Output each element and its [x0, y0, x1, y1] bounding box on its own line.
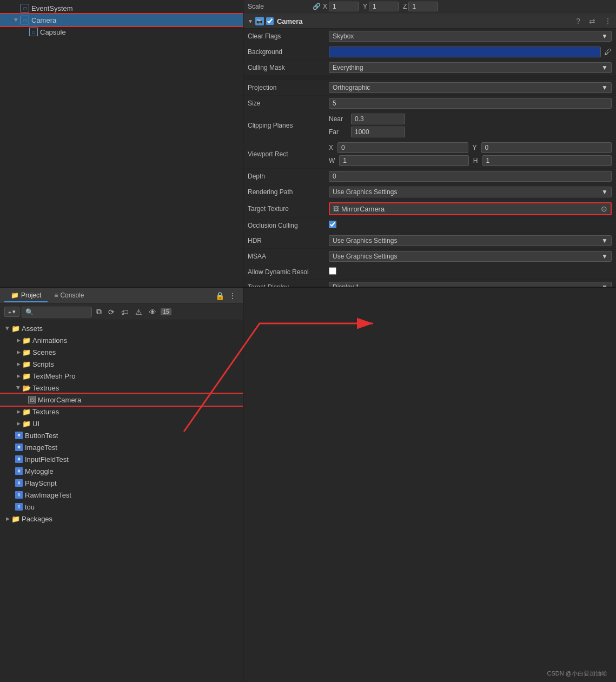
size-value[interactable]	[329, 98, 612, 109]
scale-z-input[interactable]	[408, 2, 438, 11]
chain-icon: 🔗	[313, 3, 321, 10]
ui-folder-icon: 📁	[23, 420, 30, 427]
depth-value[interactable]	[329, 171, 612, 182]
msaa-dropdown[interactable]: Use Graphics Settings ▼	[329, 251, 612, 262]
allow-dynamic-checkbox[interactable]	[329, 267, 336, 275]
copy-button[interactable]: ⧉	[94, 306, 104, 317]
rendering-path-label: Rendering Path	[248, 188, 329, 196]
tree-item-imagetest[interactable]: # ImageTest	[0, 441, 243, 453]
rendering-path-dropdown[interactable]: Use Graphics Settings ▼	[329, 187, 612, 197]
vp-w-input[interactable]	[339, 155, 469, 166]
camera-settings-icon[interactable]: ⇄	[589, 17, 595, 25]
projection-value[interactable]: Orthographic ▼	[329, 82, 612, 93]
target-texture-pick-button[interactable]: ⊙	[601, 204, 607, 213]
tree-item-scenes[interactable]: ▶ 📁 Scenes	[0, 346, 243, 358]
hdr-value[interactable]: Use Graphics Settings ▼	[329, 235, 612, 246]
scripts-arrow: ▶	[15, 361, 22, 367]
packages-label: Packages	[22, 515, 52, 523]
projection-row: Projection Orthographic ▼	[243, 80, 616, 96]
tree-item-ui[interactable]: ▶ 📁 UI	[0, 418, 243, 429]
inputfieldtest-label: InputFieldTest	[25, 455, 69, 464]
far-input[interactable]	[351, 127, 405, 137]
assets-root[interactable]: ▶ 📁 Assets	[0, 322, 243, 334]
target-display-value[interactable]: Display 1 ▼	[329, 282, 612, 287]
tree-item-inputfieldtest[interactable]: # InputFieldTest	[0, 453, 243, 465]
eye-button[interactable]: 👁	[147, 307, 158, 317]
imagetest-label: ImageTest	[25, 443, 57, 452]
vp-x-input[interactable]	[337, 142, 468, 153]
hierarchy-item-camera[interactable]: ▶ ◻ Camera	[0, 14, 243, 26]
component-collapse-arrow[interactable]: ▼	[248, 18, 253, 24]
scale-x-input[interactable]	[329, 2, 359, 11]
tree-item-textrues[interactable]: ▶ 📂 Textrues	[0, 382, 243, 394]
packages-arrow: ▶	[4, 516, 11, 521]
clipping-planes-value: Near Far	[329, 114, 612, 137]
tree-item-rawimagetest[interactable]: # RawImageTest	[0, 489, 243, 501]
allow-dynamic-value[interactable]	[329, 267, 612, 276]
scale-y-field[interactable]: Y	[363, 2, 399, 11]
viewport-xy-row: X Y	[329, 142, 612, 153]
msaa-value[interactable]: Use Graphics Settings ▼	[329, 251, 612, 262]
culling-mask-dropdown[interactable]: Everything ▼	[329, 62, 612, 73]
hierarchy-item-capsule[interactable]: ◻ Capsule	[0, 26, 243, 38]
eventsystem-label: EventSystem	[31, 4, 73, 12]
occlusion-culling-value[interactable]	[329, 221, 612, 230]
tree-item-mirrorcamera[interactable]: 🖼 MirrorCamera	[0, 394, 243, 406]
tag-button[interactable]: 🏷	[119, 307, 131, 317]
search-input[interactable]	[22, 307, 92, 317]
hdr-arrow: ▼	[601, 237, 608, 244]
tree-item-tou[interactable]: # tou	[0, 501, 243, 513]
camera-enabled-checkbox[interactable]	[266, 17, 274, 25]
target-texture-value[interactable]: 🖼 MirrorCamera ⊙	[329, 202, 612, 215]
rendering-path-value[interactable]: Use Graphics Settings ▼	[329, 187, 612, 197]
animations-label: Animations	[32, 336, 67, 345]
camera-help-icon[interactable]: ?	[576, 17, 580, 25]
panel-menu-button[interactable]: ⋮	[227, 290, 239, 301]
tree-item-mytoggle[interactable]: # Mytoggle	[0, 465, 243, 477]
tree-item-playscript[interactable]: # PlayScript	[0, 477, 243, 489]
size-input[interactable]	[329, 98, 612, 109]
projection-dropdown[interactable]: Orthographic ▼	[329, 82, 612, 93]
inputfieldtest-script-icon: #	[15, 455, 23, 463]
target-texture-field[interactable]: 🖼 MirrorCamera ⊙	[329, 202, 612, 215]
size-label: Size	[248, 100, 329, 107]
background-value[interactable]: 🖊	[329, 47, 612, 57]
hierarchy-item-eventsystem[interactable]: ◻ EventSystem	[0, 2, 243, 14]
tree-item-animations[interactable]: ▶ 📁 Animations	[0, 334, 243, 346]
camera-menu-icon[interactable]: ⋮	[604, 17, 612, 25]
occlusion-culling-checkbox[interactable]	[329, 221, 336, 228]
vp-h-input[interactable]	[482, 155, 612, 166]
scale-y-input[interactable]	[369, 2, 399, 11]
tree-item-scripts[interactable]: ▶ 📁 Scripts	[0, 358, 243, 370]
tab-project[interactable]: 📁 Project	[4, 289, 48, 302]
notification-badge: 15	[161, 308, 171, 315]
tree-item-buttontest[interactable]: # ButtonTest	[0, 429, 243, 441]
hierarchy-panel: ◻ EventSystem ▶ ◻ Camera ◻ Capsule	[0, 0, 243, 287]
hdr-dropdown[interactable]: Use Graphics Settings ▼	[329, 235, 612, 246]
background-color-swatch[interactable]	[329, 47, 601, 57]
tree-item-textures[interactable]: ▶ 📁 Textures	[0, 406, 243, 418]
tab-console[interactable]: ≡ Console	[48, 289, 90, 302]
tree-item-textmeshpro[interactable]: ▶ 📁 TextMesh Pro	[0, 370, 243, 382]
sync-button[interactable]: ⟳	[106, 307, 117, 317]
clear-flags-value[interactable]: Skybox ▼	[329, 31, 612, 42]
target-display-dropdown[interactable]: Display 1 ▼	[329, 282, 612, 287]
panel-lock-button[interactable]: 🔒	[213, 290, 227, 301]
culling-mask-value[interactable]: Everything ▼	[329, 62, 612, 73]
near-input[interactable]	[351, 114, 405, 124]
textmeshpro-folder-icon: 📁	[23, 372, 30, 380]
scale-z-field[interactable]: Z	[403, 2, 438, 11]
camera-header-actions: ? ⇄ ⋮	[572, 17, 612, 25]
depth-input[interactable]	[329, 171, 612, 182]
eyedropper-button[interactable]: 🖊	[604, 48, 612, 56]
vp-y-input[interactable]	[481, 142, 612, 153]
camera-component-header[interactable]: ▼ 📷 Camera ? ⇄ ⋮	[243, 14, 616, 29]
warning-button[interactable]: ⚠	[133, 307, 144, 317]
tou-label: tou	[25, 503, 35, 511]
projection-label: Projection	[248, 84, 329, 91]
add-button[interactable]: + ▾	[4, 307, 19, 317]
clear-flags-dropdown[interactable]: Skybox ▼	[329, 31, 612, 42]
tree-item-packages[interactable]: ▶ 📁 Packages	[0, 513, 243, 525]
inspector-bottom	[243, 288, 616, 682]
scale-x-field[interactable]: X	[323, 2, 359, 11]
